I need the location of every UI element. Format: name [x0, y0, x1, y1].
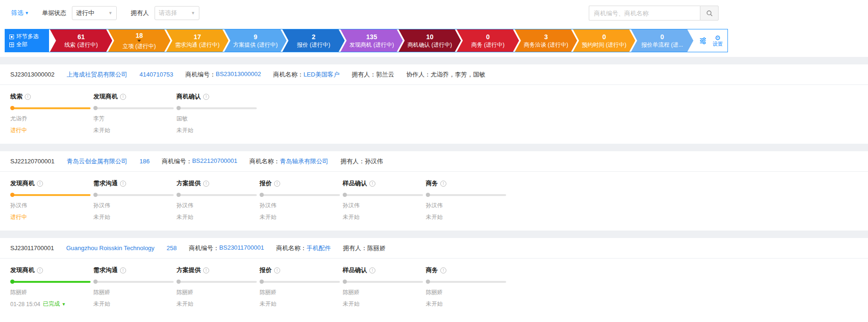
field-label: 商机名称：: [273, 70, 303, 79]
pipeline-stage[interactable]: 0预约时间 (进行中): [573, 29, 635, 52]
opportunity-number[interactable]: BS23011700001: [219, 244, 264, 252]
stage-multiselect-block[interactable]: 环节多选 全部: [5, 29, 49, 52]
pipeline-stage[interactable]: 10商机确认 (进行中): [399, 29, 461, 52]
stage-count: 17: [194, 33, 201, 41]
stage-title: 商务: [426, 179, 509, 188]
grid-icon: [9, 42, 14, 47]
field-label: 商机编号：: [162, 157, 192, 166]
pipeline-strip: 环节多选 全部 61线索 (进行中)18立项 (进行中)17需求沟通 (进行中)…: [5, 29, 728, 52]
pipeline-stage[interactable]: 0商务 (进行中): [457, 29, 519, 52]
pipeline-stage[interactable]: 18立项 (进行中): [108, 29, 170, 52]
company-code-link[interactable]: 186: [140, 158, 150, 165]
pipeline-stage[interactable]: 61线索 (进行中): [50, 29, 112, 52]
stage-title-text: 样品确认: [343, 266, 367, 274]
owner-name: 陈丽娇: [367, 244, 385, 252]
stage-status: 未开始: [93, 213, 176, 221]
pipeline-stage[interactable]: 17需求沟通 (进行中): [166, 29, 228, 52]
stage-status-text: 未开始: [176, 213, 193, 221]
stage-all-row[interactable]: 全部: [9, 42, 49, 48]
stage-column: 样品确认陈丽娇未开始: [343, 266, 426, 308]
stage-filter-icon[interactable]: [699, 37, 707, 45]
stage-column: 报价孙汉伟未开始: [260, 179, 343, 221]
stage-info-icon: [120, 267, 126, 273]
company-link[interactable]: 上海成社贸易有限公司: [67, 70, 127, 79]
settings-button[interactable]: ⚙ 设置: [713, 35, 723, 47]
stage-progress: [343, 193, 423, 197]
field-label: 协作人：: [406, 70, 430, 79]
stage-status-text: 未开始: [260, 300, 276, 308]
stage-label: 商务洽谈 (进行中): [517, 42, 575, 49]
stage-status-text: 已完成: [43, 300, 60, 308]
owner-select[interactable]: 请选择 ▼: [155, 6, 199, 20]
stage-column: 商务陈丽娇未开始: [426, 266, 509, 308]
opportunity-name[interactable]: LED美国客户: [303, 70, 339, 79]
stage-info-icon: [440, 267, 446, 273]
stage-title-text: 商务: [426, 179, 438, 188]
stage-bar: [429, 194, 506, 196]
stage-person: 孙汉伟: [93, 202, 176, 210]
filter-toggle[interactable]: 筛选 ▼: [11, 9, 29, 17]
stage-multiselect-row[interactable]: 环节多选: [9, 34, 49, 40]
filter-label: 筛选: [11, 9, 23, 17]
stage-status-text: 进行中: [10, 213, 27, 221]
stage-status-text: 未开始: [343, 300, 360, 308]
stage-title: 报价: [260, 266, 343, 274]
opportunity-number[interactable]: BS23013000002: [216, 70, 261, 79]
stage-bar: [14, 107, 91, 109]
stage-dot: [10, 106, 14, 110]
stage-info-icon: [369, 181, 375, 187]
pipeline-stage[interactable]: 3商务洽谈 (进行中): [515, 29, 577, 52]
status-dropdown-icon[interactable]: ▼: [62, 302, 66, 307]
stage-person: 孙汉伟: [260, 202, 343, 210]
gear-icon: ⚙: [715, 35, 721, 41]
field-label: 拥有人：: [343, 244, 367, 252]
records: SJ23013000002上海成社贸易有限公司4140710753商机编号：BS…: [0, 57, 868, 317]
stage-status: 01-28 15:04已完成▼: [10, 300, 93, 308]
field-owner-name: 拥有人：陈丽娇: [343, 244, 385, 252]
stage-info-icon: [25, 94, 31, 100]
pipeline-stage[interactable]: 135发现商机 (进行中): [340, 29, 402, 52]
field-label: 拥有人：: [352, 70, 376, 79]
stage-status: 未开始: [93, 126, 176, 134]
stage-status-text: 未开始: [176, 126, 193, 134]
stage-status: 未开始: [426, 213, 509, 221]
opportunity-number[interactable]: BS22120700001: [192, 157, 237, 166]
stage-info-icon: [37, 181, 43, 187]
stage-title: 商机确认: [176, 92, 260, 101]
pipeline-stage[interactable]: 9方案提供 (进行中): [224, 29, 286, 52]
stage-label: 商机确认 (进行中): [401, 42, 459, 49]
stage-dot: [343, 280, 347, 284]
search-button[interactable]: [700, 6, 719, 21]
stage-title-text: 需求沟通: [93, 179, 118, 188]
stage-title: 发现商机: [93, 92, 176, 101]
stage-bar: [346, 194, 423, 196]
stage-status-text: 未开始: [93, 300, 110, 308]
opportunity-name[interactable]: 青岛轴承有限公司: [280, 157, 328, 166]
stage-person: 尤诣乔: [10, 115, 93, 123]
stage-status-text: 未开始: [93, 213, 110, 221]
opportunity-name[interactable]: 手机配件: [306, 244, 331, 252]
doc-status-select[interactable]: 进行中 ▼: [72, 6, 117, 20]
stage-bar: [263, 281, 340, 283]
pipeline-stage[interactable]: 0报价单流程 (进...: [631, 29, 693, 52]
company-code-link[interactable]: 258: [167, 245, 177, 252]
company-code-link[interactable]: 4140710753: [140, 71, 173, 78]
settings-label: 设置: [713, 41, 723, 47]
stage-info-icon: [203, 94, 209, 100]
record-stages: 发现商机陈丽娇01-28 15:04已完成▼需求沟通陈丽娇未开始方案提供陈丽娇未…: [0, 259, 868, 317]
stage-status-text: 未开始: [93, 126, 110, 134]
search-icon: [706, 10, 713, 17]
stage-title: 商务: [426, 266, 509, 274]
stage-title-text: 报价: [260, 266, 272, 274]
stage-bar: [180, 281, 257, 283]
stage-progress: [260, 280, 340, 284]
stage-progress: [93, 106, 174, 110]
pipeline-stage[interactable]: 2报价 (进行中): [282, 29, 345, 52]
company-link[interactable]: Guangzhou Roisskin Technology: [66, 245, 155, 252]
stage-dot: [176, 193, 181, 197]
search-input[interactable]: [589, 6, 700, 21]
stage-label: 发现商机 (进行中): [343, 42, 400, 49]
company-link[interactable]: 青岛云创金属有限公司: [67, 157, 127, 166]
pipeline-stages: 61线索 (进行中)18立项 (进行中)17需求沟通 (进行中)9方案提供 (进…: [50, 29, 693, 52]
chevron-down-icon: ▼: [108, 11, 113, 15]
